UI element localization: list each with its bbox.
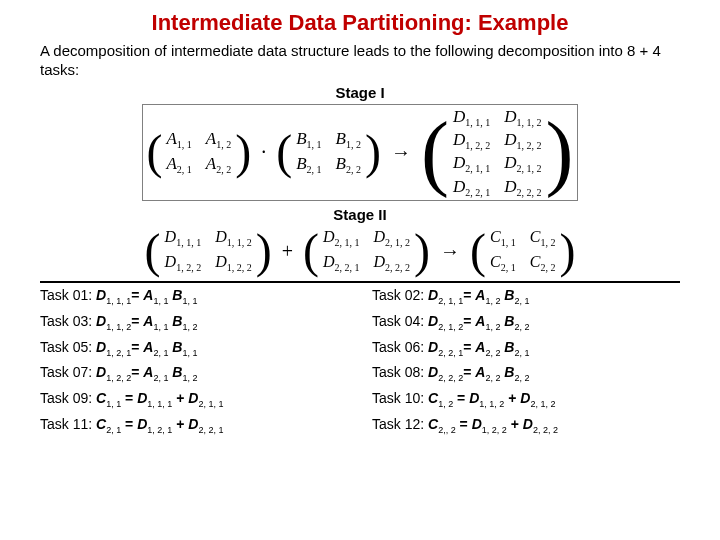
task-expression: C1, 2 = D1, 1, 2 + D2, 1, 2 (428, 390, 555, 406)
paren-left-icon: ( (470, 227, 486, 275)
task-row: Task 07: D1, 2, 2= A2, 1 B1, 2 (40, 364, 348, 383)
task-row: Task 12: C2,, 2 = D1, 2, 2 + D2, 2, 2 (372, 416, 680, 435)
matrix-d1: ( D1, 1, 1D1, 1, 2D1, 2, 2D1, 2, 2 ) (145, 227, 272, 275)
task-expression: C1, 1 = D1, 1, 1 + D2, 1, 1 (96, 390, 223, 406)
paren-right-icon: ) (235, 128, 251, 176)
task-row: Task 06: D2, 2, 1= A2, 2 B2, 1 (372, 339, 680, 358)
page-title: Intermediate Data Partitioning: Example (40, 10, 680, 36)
task-label: Task 12: (372, 416, 428, 432)
matrix-cell: D2, 2, 1 (453, 177, 490, 198)
paren-left-icon: ( (146, 128, 162, 176)
matrix-cell: C2, 1 (490, 253, 516, 273)
task-expression: D2, 1, 2= A1, 2 B2, 2 (428, 313, 529, 329)
matrix-cell: A2, 1 (166, 154, 191, 175)
task-label: Task 03: (40, 313, 96, 329)
matrix-d: ( D1, 1, 1D1, 1, 2D1, 2, 2D1, 2, 2D2, 1,… (421, 107, 574, 199)
matrix-cell: B1, 1 (296, 129, 321, 150)
task-row: Task 05: D1, 2, 1= A2, 1 B1, 1 (40, 339, 348, 358)
task-row: Task 03: D1, 1, 2= A1, 1 B1, 2 (40, 313, 348, 332)
stage-1-label: Stage I (40, 84, 680, 101)
task-expression: D1, 1, 1= A1, 1 B1, 1 (96, 287, 197, 303)
task-row: Task 02: D2, 1, 1= A1, 2 B2, 1 (372, 287, 680, 306)
matrix-cell: D1, 1, 2 (504, 107, 541, 128)
task-label: Task 02: (372, 287, 428, 303)
intro-text: A decomposition of intermediate data str… (40, 42, 680, 80)
matrix-cell: D1, 1, 1 (453, 107, 490, 128)
slide: Intermediate Data Partitioning: Example … (0, 0, 720, 435)
task-grid: Task 01: D1, 1, 1= A1, 1 B1, 1Task 02: D… (40, 287, 680, 435)
stage-1-box: ( A1, 1A1, 2A2, 1A2, 2 ) · ( B1, 1B1, 2B… (143, 105, 576, 201)
task-row: Task 01: D1, 1, 1= A1, 1 B1, 1 (40, 287, 348, 306)
matrix-cell: D1, 2, 2 (215, 253, 252, 273)
task-expression: D1, 2, 2= A2, 1 B1, 2 (96, 364, 197, 380)
matrix-cell: A2, 2 (206, 154, 231, 175)
matrix-cell: D1, 2, 2 (165, 253, 202, 273)
task-expression: D1, 1, 2= A1, 1 B1, 2 (96, 313, 197, 329)
paren-right-icon: ) (365, 128, 381, 176)
matrix-cell: D1, 2, 2 (453, 130, 490, 151)
paren-left-icon: ( (145, 227, 161, 275)
plus-operator: + (278, 240, 297, 263)
task-row: Task 10: C1, 2 = D1, 1, 2 + D2, 1, 2 (372, 390, 680, 409)
matrix-cell: D2, 1, 1 (323, 228, 360, 248)
task-label: Task 06: (372, 339, 428, 355)
task-expression: D2, 2, 1= A2, 2 B2, 1 (428, 339, 529, 355)
task-expression: C2,, 2 = D1, 2, 2 + D2, 2, 2 (428, 416, 558, 432)
matrix-cell: B2, 2 (336, 154, 361, 175)
paren-right-icon: ) (414, 227, 430, 275)
paren-right-icon: ) (256, 227, 272, 275)
matrix-b: ( B1, 1B1, 2B2, 1B2, 2 ) (276, 128, 381, 176)
paren-left-icon: ( (303, 227, 319, 275)
matrix-cell: D2, 2, 2 (504, 177, 541, 198)
paren-left-icon: ( (421, 110, 449, 194)
matrix-cell: D1, 1, 1 (165, 228, 202, 248)
equation-stage-1: ( A1, 1A1, 2A2, 1A2, 2 ) · ( B1, 1B1, 2B… (40, 105, 680, 201)
task-label: Task 08: (372, 364, 428, 380)
matrix-cell: C2, 2 (530, 253, 556, 273)
task-label: Task 09: (40, 390, 96, 406)
task-label: Task 01: (40, 287, 96, 303)
task-expression: D1, 2, 1= A2, 1 B1, 1 (96, 339, 197, 355)
task-label: Task 04: (372, 313, 428, 329)
task-label: Task 07: (40, 364, 96, 380)
task-label: Task 10: (372, 390, 428, 406)
task-expression: D2, 2, 2= A2, 2 B2, 2 (428, 364, 529, 380)
paren-right-icon: ) (559, 227, 575, 275)
paren-right-icon: ) (546, 110, 574, 194)
task-expression: D2, 1, 1= A1, 2 B2, 1 (428, 287, 529, 303)
arrow-icon: → (387, 141, 415, 164)
matrix-cell: D2, 1, 2 (504, 153, 541, 174)
task-row: Task 09: C1, 1 = D1, 1, 1 + D2, 1, 1 (40, 390, 348, 409)
matrix-cell: B1, 2 (336, 129, 361, 150)
matrix-cell: D2, 1, 2 (374, 228, 411, 248)
arrow-icon: → (436, 240, 464, 263)
task-row: Task 08: D2, 2, 2= A2, 2 B2, 2 (372, 364, 680, 383)
dot-operator: · (257, 141, 270, 164)
task-row: Task 04: D2, 1, 2= A1, 2 B2, 2 (372, 313, 680, 332)
matrix-cell: D1, 2, 2 (504, 130, 541, 151)
matrix-cell: B2, 1 (296, 154, 321, 175)
matrix-cell: A1, 2 (206, 129, 231, 150)
matrix-d2: ( D2, 1, 1D2, 1, 2D2, 2, 1D2, 2, 2 ) (303, 227, 430, 275)
matrix-cell: C1, 1 (490, 228, 516, 248)
stage-2-label: Stage II (40, 206, 680, 223)
equation-stage-2: ( D1, 1, 1D1, 1, 2D1, 2, 2D1, 2, 2 ) + (… (40, 227, 680, 275)
matrix-cell: D2, 2, 2 (374, 253, 411, 273)
matrix-cell: D1, 1, 2 (215, 228, 252, 248)
matrix-cell: D2, 1, 1 (453, 153, 490, 174)
divider (40, 281, 680, 283)
task-label: Task 11: (40, 416, 96, 432)
task-row: Task 11: C2, 1 = D1, 2, 1 + D2, 2, 1 (40, 416, 348, 435)
matrix-cell: A1, 1 (166, 129, 191, 150)
task-label: Task 05: (40, 339, 96, 355)
matrix-cell: C1, 2 (530, 228, 556, 248)
task-expression: C2, 1 = D1, 2, 1 + D2, 2, 1 (96, 416, 223, 432)
paren-left-icon: ( (276, 128, 292, 176)
matrix-a: ( A1, 1A1, 2A2, 1A2, 2 ) (146, 128, 251, 176)
matrix-cell: D2, 2, 1 (323, 253, 360, 273)
matrix-c: ( C1, 1C1, 2C2, 1C2, 2 ) (470, 227, 575, 275)
